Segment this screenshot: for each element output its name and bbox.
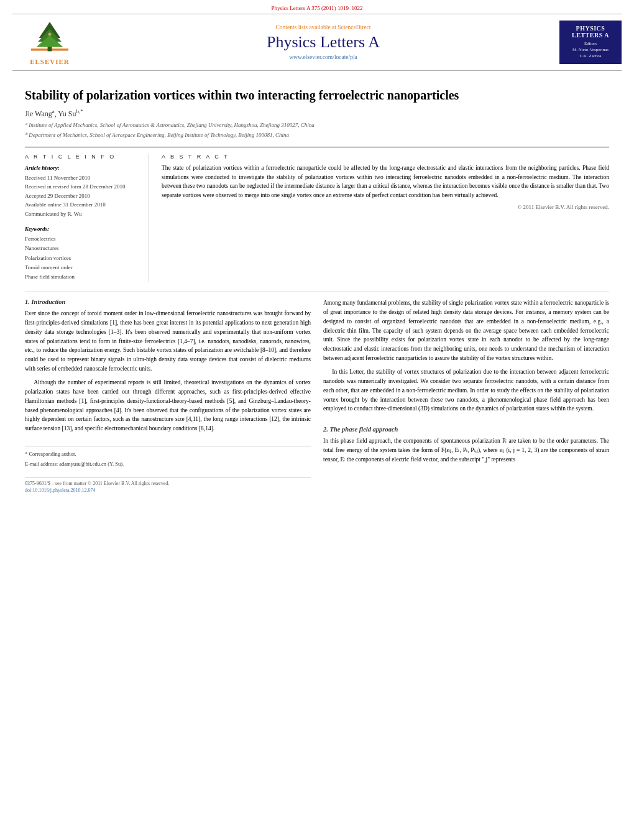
footer-issn: 0375-9601/$ – see front matter © 2011 El… xyxy=(25,481,169,486)
footer-doi[interactable]: doi:10.1016/j.physleta.2010.12.074 xyxy=(25,487,311,493)
abstract-column: A B S T R A C T The state of polarizatio… xyxy=(162,154,609,282)
corresponding-author-note: * Corresponding author. xyxy=(25,450,311,458)
communicated-by: Communicated by R. Wu xyxy=(25,210,139,218)
journal-title: Physics Letters A xyxy=(93,33,553,52)
keywords-list: Ferroelectrics Nanostructures Polarizati… xyxy=(25,234,139,282)
volume-info: Physics Letters A 375 (2011) 1019–1022 xyxy=(12,5,622,11)
article-title: Stability of polarization vortices withi… xyxy=(25,87,609,103)
affiliation-a: ᵃ Institute of Applied Mechanics, School… xyxy=(25,121,609,130)
copyright-line: © 2011 Elsevier B.V. All rights reserved… xyxy=(162,204,609,210)
section2-body: In this phase field approach, the compon… xyxy=(323,436,609,464)
elsevier-label: ELSEVIER xyxy=(30,58,70,65)
footer-bar: 0375-9601/$ – see front matter © 2011 El… xyxy=(25,477,311,486)
journal-logo-box: PHYSICS LETTERS A Editors M. Nieto-Vespe… xyxy=(559,21,622,64)
article-history-label: Article history: xyxy=(25,165,139,171)
section1-body: Ever since the concept of toroid moment … xyxy=(25,309,311,433)
journal-url[interactable]: www.elsevier.com/locate/pla xyxy=(93,54,553,60)
keyword-3: Polarization vortices xyxy=(25,254,139,263)
received-date: Received 11 November 2010 xyxy=(25,173,139,182)
journal-header: Physics Letters A 375 (2011) 1019–1022 E… xyxy=(0,0,634,71)
journal-center-info: Contents lists available at ScienceDirec… xyxy=(87,24,559,60)
svg-point-5 xyxy=(48,32,51,35)
footnote-section: * Corresponding author. E-mail address: … xyxy=(25,446,311,468)
article-info-abstract-section: A R T I C L E I N F O Article history: R… xyxy=(25,147,609,282)
body-left-column: 1. Introduction Ever since the concept o… xyxy=(25,298,311,493)
accepted-date: Accepted 29 December 2010 xyxy=(25,192,139,200)
keyword-5: Phase field simulation xyxy=(25,272,139,282)
section2-heading: 2. The phase field approach xyxy=(323,426,609,433)
article-page: Physics Letters A 375 (2011) 1019–1022 E… xyxy=(0,0,634,840)
article-info-label: A R T I C L E I N F O xyxy=(25,154,139,160)
body-two-columns: 1. Introduction Ever since the concept o… xyxy=(25,292,609,493)
email-note: E-mail address: adamyusu@bit.edu.cn (Y. … xyxy=(25,460,311,468)
abstract-text: The state of polarization vortices withi… xyxy=(162,164,609,200)
article-info-column: A R T I C L E I N F O Article history: R… xyxy=(25,154,149,282)
keyword-1: Ferroelectrics xyxy=(25,234,139,244)
affiliation-b: ᵇ Department of Mechanics, School of Aer… xyxy=(25,131,609,140)
keywords-label: Keywords: xyxy=(25,226,139,232)
keyword-4: Toroid moment order xyxy=(25,263,139,272)
body-right-column: Among many fundamental problems, the sta… xyxy=(323,298,609,493)
article-content: Stability of polarization vortices withi… xyxy=(0,71,634,499)
elsevier-tree-icon xyxy=(25,19,75,57)
section1-heading: 1. Introduction xyxy=(25,298,311,305)
section1-right-body: Among many fundamental problems, the sta… xyxy=(323,298,609,413)
abstract-label: A B S T R A C T xyxy=(162,154,609,160)
sciencedirect-link: Contents lists available at ScienceDirec… xyxy=(93,24,553,30)
keyword-2: Nanostructures xyxy=(25,244,139,253)
header-content: ELSEVIER Contents lists available at Sci… xyxy=(12,14,622,71)
received-revised-date: Received in revised form 28 December 201… xyxy=(25,182,139,191)
elsevier-logo: ELSEVIER xyxy=(12,19,87,65)
authors: Jie Wanga, Yu Sub,* xyxy=(25,108,609,119)
available-date: Available online 31 December 2010 xyxy=(25,200,139,209)
